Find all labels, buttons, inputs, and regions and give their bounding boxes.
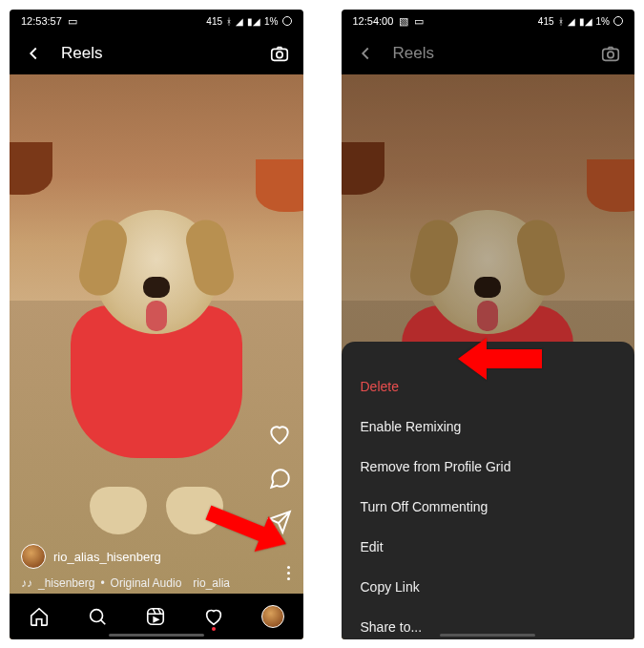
sheet-enable-remixing[interactable]: Enable Remixing [342,407,635,447]
home-indicator[interactable] [109,634,204,637]
battery-icon [282,16,292,26]
svg-rect-3 [147,609,163,625]
sheet-remove-from-grid[interactable]: Remove from Profile Grid [342,447,635,487]
user-avatar[interactable] [21,544,46,569]
wifi-icon: ◢ [568,16,575,27]
svg-point-1 [276,52,281,57]
sheet-turn-off-commenting[interactable]: Turn Off Commenting [342,487,635,527]
svg-rect-4 [603,49,619,60]
bluetooth-icon: ᚼ [226,16,232,27]
status-bar: 12:53:57 ▭ 415 ᚼ ◢ ▮◢ 1% [10,10,303,32]
status-time: 12:54:00 [353,15,394,27]
phone-right: 12:54:00 ▧ ▭ 415 ᚼ ◢ ▮◢ 1% Reels [342,10,635,639]
status-time: 12:53:57 [21,15,62,27]
svg-rect-0 [271,49,287,60]
action-sheet: Delete Enable Remixing Remove from Profi… [342,342,635,639]
network-label: 415 [206,16,222,27]
nav-home-icon[interactable] [29,606,50,627]
nav-activity-icon[interactable] [203,606,224,627]
sheet-copy-link[interactable]: Copy Link [342,567,635,607]
annotation-arrow [458,338,542,380]
header: Reels [10,32,303,74]
nav-reels-icon[interactable] [145,606,166,627]
image-icon: ▧ [399,15,408,28]
svg-point-2 [90,610,102,622]
phone-left: 12:53:57 ▭ 415 ᚼ ◢ ▮◢ 1% Reels [10,10,303,639]
home-indicator[interactable] [440,634,535,637]
back-icon[interactable] [23,43,44,64]
signal-icon: ▮◢ [579,16,592,27]
screenshot-icon: ▭ [68,15,77,28]
audio-prefix: _hisenberg [38,576,94,590]
signal-icon: ▮◢ [247,16,260,27]
status-bar: 12:54:00 ▧ ▭ 415 ᚼ ◢ ▮◢ 1% [342,10,635,32]
page-title: Reels [393,44,584,63]
audio-row[interactable]: ♪♪ _hisenberg • Original Audio rio_alia [21,576,292,590]
nav-profile-avatar[interactable] [261,605,284,628]
battery-label: 1% [596,16,610,27]
header: Reels [342,32,635,74]
audio-icon: ♪♪ [21,576,32,590]
screenshot-icon: ▭ [414,15,424,28]
svg-point-5 [608,52,613,57]
nav-search-icon[interactable] [87,606,108,627]
comment-icon[interactable] [267,466,292,491]
audio-suffix: rio_alia [193,576,230,590]
more-options-button[interactable] [287,566,290,580]
battery-icon [613,16,623,26]
page-title: Reels [61,44,252,63]
wifi-icon: ◢ [236,16,243,27]
camera-icon[interactable] [269,43,290,64]
username[interactable]: rio_alias_hisenberg [53,550,161,564]
battery-label: 1% [264,16,278,27]
audio-label: Original Audio [111,576,182,590]
bluetooth-icon: ᚼ [558,16,564,27]
bottom-nav [10,594,303,639]
back-icon[interactable] [355,43,376,64]
camera-icon[interactable] [600,43,621,64]
reel-area[interactable]: rio_alias_hisenberg ♪♪ _hisenberg • Orig… [10,74,303,639]
like-icon[interactable] [267,422,292,447]
network-label: 415 [538,16,554,27]
sheet-edit[interactable]: Edit [342,527,635,567]
